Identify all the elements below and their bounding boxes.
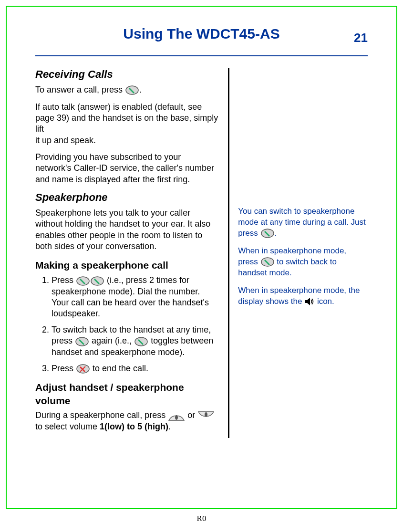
text: During a speakerphone call, press [35,410,168,420]
text: Press [52,275,76,285]
talk-button-icon [125,84,139,95]
body-text: During a speakerphone call, press or to … [35,410,218,432]
text: . [275,229,277,238]
talk-button-icon [134,336,148,347]
talk-button-icon [90,275,104,286]
text: to select volume [35,422,100,431]
talk-button-icon [76,275,90,286]
side-note: When in speakerphone mode, press to swit… [238,246,368,279]
header: Using The WDCT45-AS [35,26,368,42]
heading-making-speakerphone-call: Making a speakerphone call [35,259,218,271]
volume-up-button-icon [168,410,185,421]
text: or [187,410,197,420]
svg-rect-11 [305,300,307,303]
body-text: If auto talk (answer) is enabled (defaul… [35,102,218,135]
side-note: You can switch to speakerphone mode at a… [238,206,368,239]
columns: Receiving Calls To answer a call, press … [35,68,368,438]
talk-button-icon [260,228,275,239]
text: to end the call. [93,364,148,373]
svg-marker-12 [307,298,310,305]
steps-list: Press (i.e., press 2 times for speakerph… [35,275,218,375]
spacer [238,68,368,206]
divider [35,55,368,56]
list-item: Press to end the call. [52,363,218,375]
page-border: Using The WDCT45-AS 21 Receiving Calls T… [6,6,397,509]
list-item: To switch back to the handset at any tim… [52,324,218,358]
page-content: Using The WDCT45-AS 21 Receiving Calls T… [7,7,396,508]
heading-receiving-calls: Receiving Calls [35,68,218,82]
text: Press [52,364,76,373]
list-item: Press (i.e., press 2 times for speakerph… [52,275,218,320]
text: . [139,85,142,94]
body-text: To answer a call, press . [35,84,218,96]
page-number: 21 [354,31,368,45]
talk-button-icon [260,257,275,268]
speaker-icon [304,296,315,307]
volume-down-button-icon [197,410,215,421]
footer: R0 [0,514,403,523]
main-column: Receiving Calls To answer a call, press … [35,68,228,438]
text: To answer a call, press [35,85,125,94]
text-bold: 1(low) to 5 (high) [100,422,168,431]
heading-speakerphone: Speakerphone [35,191,218,205]
side-column: You can switch to speakerphone mode at a… [228,68,368,438]
body-text: Providing you have subscribed to your ne… [35,152,218,185]
text: again (i.e., [92,336,134,345]
text: You can switch to speakerphone mode at a… [238,207,365,238]
body-text: it up and speak. [35,135,218,146]
svg-point-7 [175,415,178,420]
text: icon. [317,297,334,306]
text: When in speakerphone mode, the display s… [238,286,360,306]
heading-adjust-volume: Adjust handset / speakerphone volume [35,381,218,407]
talk-button-icon [75,336,89,347]
side-note: When in speakerphone mode, the display s… [238,285,368,307]
svg-point-8 [205,412,207,417]
text: . [168,422,171,431]
page-title: Using The WDCT45-AS [123,26,279,42]
body-text: Speakerphone lets you talk to your calle… [35,208,218,252]
hangup-button-icon [76,363,90,374]
